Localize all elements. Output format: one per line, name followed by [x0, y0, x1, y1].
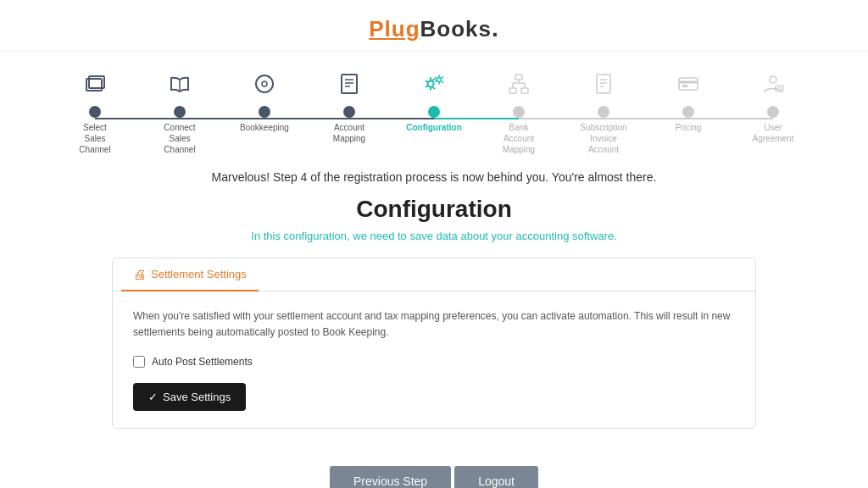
- step-label-account-mapping: AccountMapping: [333, 122, 365, 144]
- step-icon-account-mapping: [331, 65, 368, 103]
- svg-rect-5: [342, 75, 357, 93]
- step-line-6: [604, 118, 688, 119]
- save-check-icon: ✓: [148, 391, 158, 403]
- step-line-5: [519, 118, 604, 119]
- settlement-tab-icon: 🖨: [133, 267, 146, 281]
- stepper: SelectSalesChannel ConnectSalesChannel B…: [53, 65, 815, 155]
- step-icon-configuration: [415, 65, 453, 103]
- subtitle-before: In this: [251, 230, 283, 242]
- settings-tab-bar: 🖨 Settlement Settings: [113, 258, 755, 291]
- page-subtitle: In this configuration, we need to save d…: [51, 230, 817, 242]
- step-label-bookkeeping: Bookkeeping: [240, 122, 289, 133]
- settlement-tab-label: Settlement Settings: [151, 268, 247, 280]
- step-bank-account-mapping: BankAccountMapping: [476, 65, 561, 155]
- step-bookkeeping: Bookkeeping: [222, 65, 307, 133]
- step-dot-bank-account-mapping: [513, 106, 525, 118]
- bottom-nav: Previous Step Logout: [0, 446, 868, 488]
- settlement-settings-tab[interactable]: 🖨 Settlement Settings: [121, 258, 259, 291]
- svg-rect-13: [521, 88, 528, 93]
- logo-dot: .: [492, 15, 499, 42]
- step-label-pricing: Pricing: [676, 122, 702, 133]
- header: PlugBooks.: [0, 0, 868, 52]
- stepper-container: SelectSalesChannel ConnectSalesChannel B…: [0, 52, 868, 162]
- step-label-select-sales-channel: SelectSalesChannel: [79, 122, 110, 155]
- step-label-bank-account-mapping: BankAccountMapping: [503, 122, 535, 155]
- previous-step-button[interactable]: Previous Step: [330, 466, 451, 488]
- logo: PlugBooks.: [369, 16, 499, 42]
- save-button-label: Save Settings: [163, 391, 231, 403]
- main-content: Marvelous! Step 4 of the registration pr…: [0, 162, 868, 446]
- step-dot-subscription-invoice-account: [598, 106, 609, 118]
- step-account-mapping: AccountMapping: [307, 65, 392, 144]
- svg-point-9: [428, 81, 434, 87]
- step-connect-sales-channel: ConnectSalesChannel: [137, 65, 222, 155]
- step-dot-account-mapping: [343, 106, 355, 118]
- svg-rect-22: [679, 78, 698, 90]
- svg-point-4: [262, 81, 267, 86]
- logo-books: Books: [420, 16, 492, 42]
- step-line-3: [349, 118, 434, 119]
- page-title: Configuration: [51, 196, 817, 223]
- step-label-configuration: Configuration: [406, 122, 462, 133]
- step-line-2: [264, 118, 349, 119]
- svg-point-10: [437, 78, 442, 82]
- auto-post-row: Auto Post Settlements: [133, 356, 735, 368]
- step-icon-user-agreement: [754, 65, 792, 103]
- step-label-subscription-invoice-account: SubscriptionInvoiceAccount: [580, 122, 626, 155]
- svg-point-25: [770, 76, 776, 83]
- step-line-0: [95, 118, 180, 119]
- save-settings-button[interactable]: ✓ Save Settings: [133, 383, 246, 411]
- step-dot-configuration: [428, 106, 440, 118]
- step-message: Marvelous! Step 4 of the registration pr…: [51, 170, 817, 184]
- step-pricing: Pricing: [646, 65, 731, 133]
- step-configuration: Configuration: [392, 65, 476, 133]
- step-dot-bookkeeping: [259, 106, 270, 118]
- step-icon-subscription-invoice-account: [585, 65, 622, 103]
- logout-button[interactable]: Logout: [454, 466, 538, 488]
- step-dot-connect-sales-channel: [174, 106, 186, 118]
- step-line-1: [180, 118, 264, 119]
- svg-rect-18: [597, 75, 610, 93]
- svg-rect-11: [515, 75, 522, 80]
- step-dot-user-agreement: [767, 106, 779, 118]
- step-user-agreement: UserAgreement: [731, 65, 815, 144]
- auto-post-checkbox[interactable]: [133, 356, 145, 368]
- step-subscription-invoice-account: SubscriptionInvoiceAccount: [561, 65, 646, 155]
- settings-body: When you're satisfied with your settleme…: [113, 291, 755, 428]
- subtitle-after: , we need to save data about your accoun…: [347, 230, 617, 242]
- subtitle-highlight: configuration: [284, 230, 347, 242]
- step-icon-bookkeeping: [246, 65, 283, 103]
- svg-rect-24: [682, 85, 687, 87]
- step-icon-select-sales-channel: [76, 65, 114, 103]
- svg-point-3: [256, 75, 273, 92]
- step-line-4: [434, 118, 519, 119]
- step-icon-pricing: [670, 65, 707, 103]
- step-line-7: [688, 118, 773, 119]
- settings-description: When you're satisfied with your settleme…: [133, 308, 735, 341]
- auto-post-label[interactable]: Auto Post Settlements: [152, 356, 253, 368]
- step-select-sales-channel: SelectSalesChannel: [53, 65, 137, 155]
- step-dot-pricing: [682, 106, 694, 118]
- logo-plug: Plug: [369, 16, 420, 42]
- step-label-connect-sales-channel: ConnectSalesChannel: [164, 122, 195, 155]
- svg-rect-12: [509, 88, 516, 93]
- step-label-user-agreement: UserAgreement: [753, 122, 794, 144]
- step-icon-connect-sales-channel: [161, 65, 198, 103]
- settings-card: 🖨 Settlement Settings When you're satisf…: [112, 258, 756, 429]
- step-dot-select-sales-channel: [89, 106, 101, 118]
- step-icon-bank-account-mapping: [500, 65, 537, 103]
